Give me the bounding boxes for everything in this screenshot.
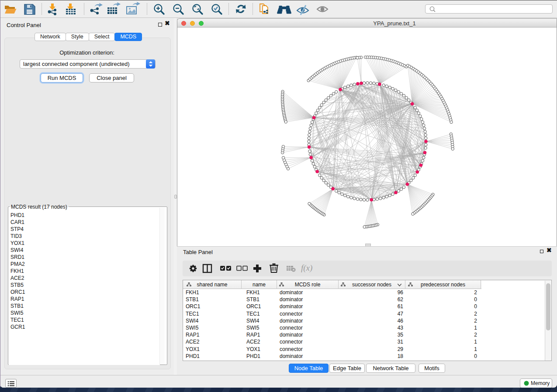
svg-text:f(x): f(x) — [301, 263, 312, 273]
